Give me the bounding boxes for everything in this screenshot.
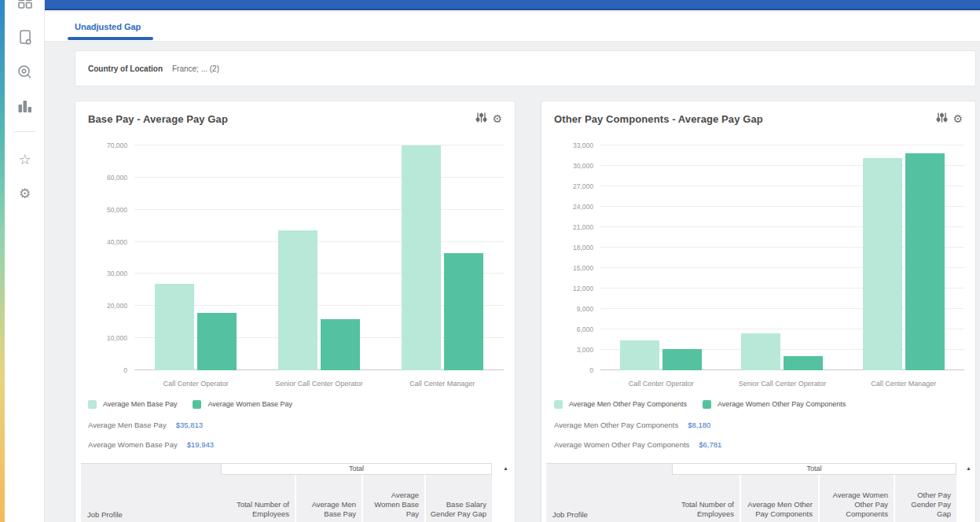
y-tick-label: 30,000 bbox=[107, 270, 127, 278]
legend-label: Average Men Other Pay Components bbox=[569, 400, 687, 408]
table-header-col[interactable]: Other Pay Gender Pay Gap bbox=[894, 475, 956, 522]
gear-icon[interactable]: ⚙ bbox=[492, 113, 502, 124]
legend-swatch-women bbox=[193, 400, 201, 409]
bar-women[interactable] bbox=[905, 153, 945, 370]
bar-group bbox=[843, 145, 964, 370]
legend-swatch-men bbox=[554, 400, 563, 409]
legend-label: Average Women Other Pay Components bbox=[718, 400, 846, 408]
table-header-col[interactable]: Total Number of Employees bbox=[672, 475, 740, 522]
summary-value[interactable]: $8,180 bbox=[688, 421, 710, 429]
y-tick-label: 50,000 bbox=[107, 206, 127, 214]
sidebar-divider bbox=[14, 131, 35, 132]
y-tick-label: 30,000 bbox=[573, 162, 593, 170]
table-group-header-total[interactable]: Total bbox=[221, 463, 492, 475]
tab-label: Unadjusted Gap bbox=[75, 22, 141, 31]
table-header-col[interactable]: Average Women Base Pay bbox=[362, 475, 424, 522]
x-category-label: Call Center Manager bbox=[380, 375, 504, 389]
summary-value[interactable]: $35,813 bbox=[176, 421, 203, 429]
bar-women[interactable] bbox=[663, 349, 702, 370]
table-group-header-total[interactable]: Total bbox=[672, 463, 956, 475]
settings-gear-icon[interactable]: ⚙ bbox=[5, 187, 45, 201]
active-tab-underline bbox=[68, 37, 153, 40]
bars-layer bbox=[600, 145, 964, 370]
bar-group bbox=[600, 145, 721, 370]
y-tick-label: 3,000 bbox=[577, 346, 593, 354]
legend-swatch-women bbox=[703, 400, 711, 409]
zoom-search-icon[interactable] bbox=[5, 64, 45, 83]
legend-swatch-men bbox=[88, 400, 97, 409]
bar-women[interactable] bbox=[444, 253, 483, 370]
report-icon[interactable] bbox=[5, 29, 45, 49]
y-tick-label: 15,000 bbox=[573, 264, 593, 272]
legend-item-men[interactable]: Average Men Base Pay bbox=[88, 400, 177, 409]
bar-chart: 03,0006,0009,00012,00015,00018,00021,000… bbox=[541, 136, 975, 391]
bar-men[interactable] bbox=[863, 158, 902, 370]
card-title: Other Pay Components - Average Pay Gap bbox=[554, 113, 936, 125]
table-header-job-profile[interactable]: Job Profile bbox=[546, 463, 672, 522]
chart-legend: Average Men Base Pay Average Women Base … bbox=[88, 399, 515, 410]
summary-women: Average Women Base Pay$19,943 bbox=[88, 440, 515, 449]
x-category-label: Call Center Manager bbox=[843, 375, 964, 389]
bar-group bbox=[258, 145, 381, 370]
legend-item-men[interactable]: Average Men Other Pay Components bbox=[554, 400, 687, 409]
grid-icon[interactable] bbox=[5, 0, 45, 13]
table-header-col[interactable]: Average Women Other Pay Components bbox=[818, 475, 894, 522]
y-tick-label: 0 bbox=[123, 366, 127, 374]
bar-women[interactable] bbox=[197, 313, 237, 370]
y-axis: 03,0006,0009,00012,00015,00018,00021,000… bbox=[541, 145, 593, 370]
table-header-col[interactable]: Average Men Other Pay Components bbox=[740, 475, 818, 522]
chart-settings-icon[interactable] bbox=[936, 112, 948, 127]
chart-settings-icon[interactable] bbox=[475, 112, 487, 127]
main-content: Unadjusted Gap Country of Location Franc… bbox=[45, 0, 980, 522]
summary-label: Average Women Other Pay Components bbox=[554, 440, 689, 449]
y-tick-label: 21,000 bbox=[573, 223, 593, 231]
card-base-pay: Base Pay - Average Pay Gap ⚙ 010,00020,0… bbox=[75, 101, 516, 522]
x-category-label: Call Center Operator bbox=[600, 375, 721, 389]
collapse-triangle-icon[interactable]: ▲ bbox=[492, 463, 511, 475]
bar-men[interactable] bbox=[741, 333, 780, 370]
table-header-col[interactable]: Average Men Base Pay bbox=[295, 475, 362, 522]
y-tick-label: 6,000 bbox=[577, 325, 593, 333]
filter-country-of-location[interactable]: Country of Location France; ... (2) bbox=[75, 50, 976, 86]
legend-item-women[interactable]: Average Women Other Pay Components bbox=[703, 400, 846, 409]
legend-item-women[interactable]: Average Women Base Pay bbox=[193, 400, 292, 409]
y-tick-label: 0 bbox=[589, 366, 593, 374]
bar-group bbox=[721, 145, 842, 370]
summary-label: Average Men Other Pay Components bbox=[554, 421, 678, 429]
bar-men[interactable] bbox=[620, 340, 659, 370]
filter-label: Country of Location bbox=[88, 64, 163, 73]
collapse-triangle-icon[interactable]: ▲ bbox=[956, 463, 974, 475]
y-tick-label: 70,000 bbox=[107, 142, 127, 149]
x-category-label: Senior Call Center Operator bbox=[258, 375, 381, 389]
y-tick-label: 24,000 bbox=[573, 203, 593, 211]
y-tick-label: 40,000 bbox=[107, 238, 127, 246]
summary-men: Average Men Base Pay$35,813 bbox=[88, 421, 515, 429]
legend-label: Average Men Base Pay bbox=[103, 400, 177, 408]
table-header-col[interactable]: Base Salary Gender Pay Gap bbox=[424, 475, 492, 522]
table-header-col[interactable]: Total Number of Employees bbox=[221, 475, 295, 522]
summary-label: Average Women Base Pay bbox=[88, 440, 178, 449]
y-tick-label: 20,000 bbox=[107, 302, 127, 310]
bar-group bbox=[134, 145, 258, 370]
bar-women[interactable] bbox=[321, 319, 360, 370]
legend-label: Average Women Base Pay bbox=[207, 400, 292, 408]
table-header-job-profile[interactable]: Job Profile bbox=[81, 463, 221, 522]
bar-chart-icon[interactable] bbox=[5, 97, 45, 118]
bar-women[interactable] bbox=[784, 356, 823, 370]
bar-men[interactable] bbox=[155, 284, 194, 370]
x-category-label: Call Center Operator bbox=[134, 375, 258, 389]
card-other-pay-components: Other Pay Components - Average Pay Gap ⚙… bbox=[541, 101, 976, 522]
icon-sidebar: ☆ ⚙ bbox=[5, 0, 45, 522]
summary-value[interactable]: $6,781 bbox=[699, 440, 721, 449]
bar-men[interactable] bbox=[402, 145, 441, 370]
gear-icon[interactable]: ⚙ bbox=[952, 113, 963, 124]
x-axis-labels: Call Center OperatorSenior Call Center O… bbox=[600, 375, 964, 389]
y-tick-label: 12,000 bbox=[573, 285, 593, 292]
bar-men[interactable] bbox=[278, 230, 317, 370]
card-title: Base Pay - Average Pay Gap bbox=[88, 113, 475, 125]
summary-value[interactable]: $19,943 bbox=[187, 440, 214, 449]
favorites-star-icon[interactable]: ☆ bbox=[5, 153, 45, 167]
y-tick-label: 27,000 bbox=[573, 182, 593, 190]
y-tick-label: 33,000 bbox=[573, 142, 593, 149]
app-top-bar bbox=[45, 0, 980, 10]
